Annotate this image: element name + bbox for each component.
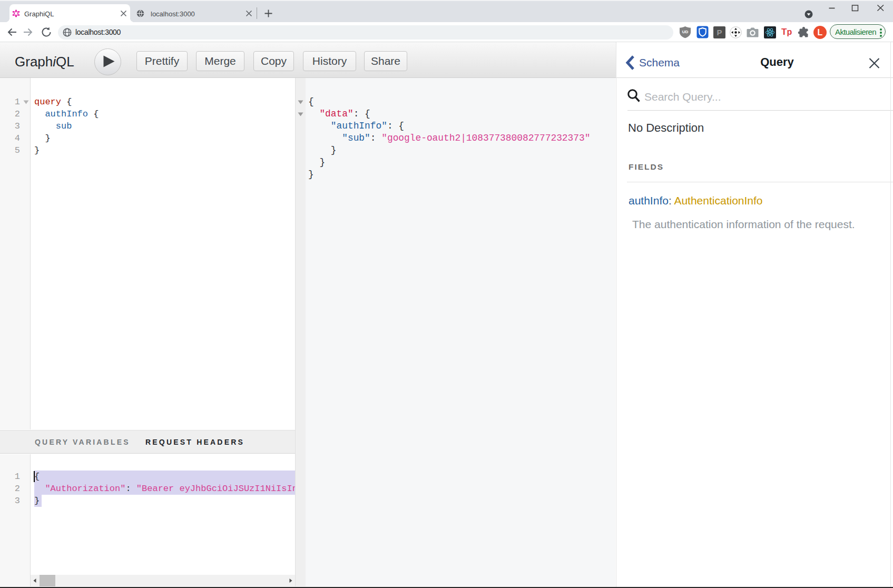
svg-text:UD: UD	[682, 30, 689, 34]
svg-text:P: P	[717, 28, 722, 37]
